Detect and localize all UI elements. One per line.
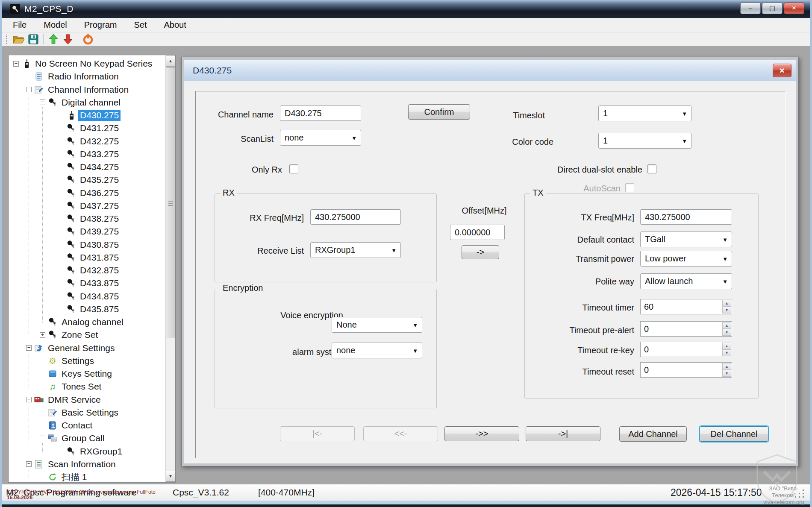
tree-item-label[interactable]: Radio Information <box>46 71 121 82</box>
spin-down-icon[interactable]: ▼ <box>722 349 731 356</box>
tree-item-label[interactable]: Tones Set <box>60 381 103 392</box>
menu-set[interactable]: Set <box>128 19 153 31</box>
up-arrow-icon[interactable] <box>46 33 61 45</box>
tree-item-label[interactable]: D432.275 <box>78 136 121 147</box>
tree-item-d432-275[interactable]: D432.275 <box>9 135 165 148</box>
tree-item-label[interactable]: Digital channel <box>60 97 122 108</box>
tree-item-d433-875[interactable]: D433.875 <box>9 277 165 290</box>
tree-item-label[interactable]: D434.275 <box>78 161 121 173</box>
collapse-icon[interactable]: − <box>13 61 19 67</box>
tree-item-d432-875[interactable]: D432.875 <box>9 264 165 277</box>
tree-item-d435-275[interactable]: D435.275 <box>9 173 165 186</box>
tx-freq-input[interactable]: 430.275000 <box>640 209 732 225</box>
scanlist-select[interactable]: none▼ <box>280 130 361 146</box>
tree-item-label[interactable]: D431.875 <box>78 252 121 263</box>
tree-item-label[interactable]: D436.275 <box>78 188 121 199</box>
nav-first-button[interactable]: |<- <box>280 426 355 441</box>
tree-item-d433-275[interactable]: D433.275 <box>9 148 165 161</box>
menu-model[interactable]: Model <box>38 19 73 31</box>
autoscan-checkbox[interactable] <box>625 183 634 192</box>
tree-item-d436-275[interactable]: D436.275 <box>9 187 165 199</box>
tree-item-label[interactable]: D438.275 <box>78 213 121 224</box>
menu-program[interactable]: Program <box>78 19 123 31</box>
timeslot-select[interactable]: 1▼ <box>598 106 691 121</box>
offset-input[interactable]: 0.000000 <box>450 225 505 240</box>
tree-item-d437-275[interactable]: D437.275 <box>9 199 165 212</box>
tree-item-label[interactable]: D430.875 <box>78 239 121 250</box>
only-rx-checkbox[interactable] <box>289 164 298 173</box>
collapse-icon[interactable]: − <box>26 345 32 351</box>
scroll-down-icon[interactable]: ▼ <box>166 471 175 482</box>
tree-item-group-call[interactable]: −Group Call <box>9 432 165 445</box>
confirm-button[interactable]: Confirm <box>408 104 470 120</box>
tree-item-label[interactable]: 扫描 1 <box>60 471 89 483</box>
tree-item-d431-875[interactable]: D431.875 <box>9 251 165 264</box>
menu-file[interactable]: File <box>7 19 32 31</box>
voice-encryption-select[interactable]: None▼ <box>332 317 422 333</box>
spin-up-icon[interactable]: ▲ <box>722 322 731 329</box>
tree-item-label[interactable]: D431.275 <box>78 123 121 134</box>
timeout-pre-alert-stepper[interactable]: 0▲▼ <box>640 321 732 337</box>
tree-item-d430-875[interactable]: D430.875 <box>9 238 165 251</box>
scroll-up-icon[interactable]: ▲ <box>166 56 175 67</box>
default-contact-select[interactable]: TGall▼ <box>640 232 732 247</box>
transmit-power-select[interactable]: Low power▼ <box>640 251 732 267</box>
tree-item-label[interactable]: D430.275 <box>78 110 121 121</box>
tree-item-label[interactable]: Group Call <box>60 433 106 444</box>
direct-dual-slot-checkbox[interactable] <box>647 164 656 173</box>
tree-item-analog-channel[interactable]: Analog channel <box>9 316 165 328</box>
tree-item-label[interactable]: Zone Set <box>60 329 100 340</box>
power-icon[interactable] <box>81 33 95 45</box>
channel-name-input[interactable]: D430.275 <box>280 106 361 121</box>
spin-down-icon[interactable]: ▼ <box>722 307 731 314</box>
tree-item-d431-275[interactable]: D431.275 <box>9 122 165 135</box>
resize-grip[interactable] <box>795 489 805 499</box>
timeout-reset-stepper[interactable]: 0▲▼ <box>640 362 732 378</box>
spin-down-icon[interactable]: ▼ <box>722 370 731 377</box>
spin-up-icon[interactable]: ▲ <box>722 300 731 307</box>
tree-item-radio-information[interactable]: Radio Information <box>9 70 165 83</box>
tree-item-dmr-service[interactable]: −DMR Service <box>9 393 165 406</box>
tree-item-label[interactable]: Analog channel <box>60 317 125 328</box>
timeout-timer-stepper[interactable]: 60▲▼ <box>640 299 732 314</box>
close-button[interactable]: × <box>784 3 804 14</box>
tree-item-general-settings[interactable]: −General Settings <box>9 342 165 355</box>
tree-item-settings[interactable]: ⚙Settings <box>9 355 165 367</box>
tree-item-label[interactable]: D437.275 <box>78 200 121 211</box>
tree-item-rxgroup1[interactable]: RXGroup1 <box>9 445 165 458</box>
tree-item-basic-settings[interactable]: Basic Settings <box>9 406 165 419</box>
tree-item-d434-275[interactable]: D434.275 <box>9 161 165 173</box>
add-channel-button[interactable]: Add Channel <box>619 426 687 442</box>
down-arrow-icon[interactable] <box>61 33 75 45</box>
tree-item-label[interactable]: DMR Service <box>46 394 103 405</box>
alarm-system-select[interactable]: none▼ <box>332 343 422 358</box>
tree-item-tones-set[interactable]: ♫Tones Set <box>9 380 165 393</box>
tree-item-label[interactable]: Basic Settings <box>60 407 120 418</box>
scrollbar-thumb[interactable] <box>166 67 175 338</box>
receive-list-select[interactable]: RXGroup1▼ <box>310 242 401 258</box>
tree-item-no-screen-no-keypad-series[interactable]: −No Screen No Keypad Series <box>9 57 165 70</box>
collapse-icon[interactable]: − <box>40 436 45 441</box>
rx-freq-input[interactable]: 430.275000 <box>310 209 401 225</box>
tree-item-扫描-1[interactable]: 扫描 1 <box>9 471 165 483</box>
nav-last-button[interactable]: ->| <box>526 426 600 441</box>
tree-item-label[interactable]: D432.875 <box>78 265 121 276</box>
del-channel-button[interactable]: Del Channel <box>700 426 768 442</box>
save-icon[interactable] <box>26 33 41 45</box>
tree-scrollbar[interactable]: ▲ ▼ <box>165 56 175 482</box>
collapse-icon[interactable]: − <box>26 461 32 467</box>
color-code-select[interactable]: 1▼ <box>598 133 691 149</box>
offset-apply-button[interactable]: -> <box>462 245 499 259</box>
tree-item-d438-275[interactable]: D438.275 <box>9 212 165 225</box>
tree-item-d435-875[interactable]: D435.875 <box>9 303 165 316</box>
tree-item-keys-setting[interactable]: Keys Setting <box>9 367 165 380</box>
tree-item-label[interactable]: D433.875 <box>78 278 121 289</box>
tree-item-label[interactable]: General Settings <box>46 343 116 354</box>
spin-down-icon[interactable]: ▼ <box>722 329 731 336</box>
tree-item-label[interactable]: Keys Setting <box>60 368 114 379</box>
dialog-close-icon[interactable]: × <box>773 64 791 77</box>
tree-item-label[interactable]: D433.275 <box>78 149 121 160</box>
tree-item-label[interactable]: D434.875 <box>78 291 121 302</box>
tree-item-contact[interactable]: Contact <box>9 419 165 432</box>
menu-about[interactable]: About <box>158 19 192 31</box>
